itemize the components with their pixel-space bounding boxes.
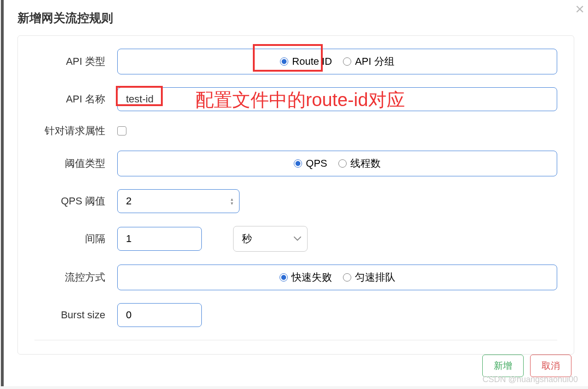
burst-control: [117, 303, 557, 327]
radio-fail-fast-input[interactable]: [280, 273, 288, 282]
radio-qps-label: QPS: [306, 158, 327, 169]
add-button[interactable]: 新增: [482, 355, 524, 377]
flow-mode-control: 快速失败 匀速排队: [117, 265, 557, 290]
qps-threshold-input[interactable]: [117, 189, 240, 213]
close-icon[interactable]: ×: [575, 1, 584, 17]
label-api-type: API 类型: [34, 55, 117, 68]
flow-mode-group: 快速失败 匀速排队: [117, 265, 557, 290]
radio-route-id-input[interactable]: [280, 57, 288, 66]
api-name-control: 配置文件中的route-id对应: [117, 87, 557, 111]
radio-fail-fast[interactable]: 快速失败: [280, 271, 332, 284]
watermark: CSDN @huangshaohui00: [483, 375, 578, 384]
threshold-type-group: QPS 线程数: [117, 151, 557, 176]
radio-api-group-label: API 分组: [355, 55, 394, 68]
qps-spinner: ▲ ▼: [230, 197, 234, 205]
radio-route-id[interactable]: Route ID: [280, 56, 332, 68]
label-burst: Burst size: [34, 309, 117, 321]
divider: [34, 340, 557, 340]
radio-queue[interactable]: 匀速排队: [343, 271, 395, 284]
api-type-control: Route ID API 分组: [117, 49, 557, 74]
label-qps-threshold: QPS 阈值: [34, 194, 117, 208]
radio-api-group[interactable]: API 分组: [343, 55, 394, 68]
interval-unit-select[interactable]: 秒: [233, 226, 308, 252]
interval-input[interactable]: [117, 227, 202, 251]
interval-control: 秒: [117, 226, 557, 252]
row-flow-mode: 流控方式 快速失败 匀速排队: [34, 265, 557, 290]
radio-queue-input[interactable]: [343, 273, 351, 282]
req-attr-checkbox[interactable]: [117, 126, 126, 135]
label-threshold-type: 阈值类型: [34, 157, 117, 170]
qps-threshold-wrap: ▲ ▼: [117, 189, 240, 213]
modal-body: API 类型 Route ID API 分组 API 名称: [17, 35, 574, 355]
api-type-group: Route ID API 分组: [117, 49, 557, 74]
modal-dialog: 新增网关流控规则 × API 类型 Route ID API 分组: [1, 0, 588, 386]
label-req-attr: 针对请求属性: [34, 124, 117, 138]
radio-api-group-input[interactable]: [343, 57, 351, 66]
radio-qps-input[interactable]: [294, 159, 302, 168]
threshold-type-control: QPS 线程数: [117, 151, 557, 176]
spinner-down-icon[interactable]: ▼: [230, 202, 234, 205]
interval-unit-value: 秒: [233, 226, 308, 252]
row-req-attr: 针对请求属性: [34, 124, 557, 138]
label-flow-mode: 流控方式: [34, 271, 117, 284]
row-interval: 间隔 秒: [34, 226, 557, 252]
row-threshold-type: 阈值类型 QPS 线程数: [34, 151, 557, 176]
radio-threads[interactable]: 线程数: [338, 157, 381, 170]
row-burst: Burst size: [34, 303, 557, 327]
radio-threads-label: 线程数: [350, 157, 381, 170]
req-attr-control: [117, 126, 557, 135]
row-qps-threshold: QPS 阈值 ▲ ▼: [34, 189, 557, 213]
row-api-type: API 类型 Route ID API 分组: [34, 49, 557, 74]
radio-threads-input[interactable]: [338, 159, 347, 168]
label-api-name: API 名称: [34, 92, 117, 106]
spinner-up-icon[interactable]: ▲: [230, 197, 234, 201]
radio-fail-fast-label: 快速失败: [291, 271, 332, 284]
row-api-name: API 名称 配置文件中的route-id对应: [34, 87, 557, 111]
modal-title: 新增网关流控规则: [17, 10, 574, 26]
burst-input[interactable]: [117, 303, 202, 327]
radio-queue-label: 匀速排队: [355, 271, 395, 284]
label-interval: 间隔: [34, 232, 117, 246]
radio-route-id-label: Route ID: [292, 56, 332, 68]
qps-threshold-control: ▲ ▼: [117, 189, 557, 213]
api-name-input[interactable]: [117, 87, 557, 111]
radio-qps[interactable]: QPS: [294, 158, 327, 169]
cancel-button[interactable]: 取消: [530, 355, 571, 377]
modal-header: 新增网关流控规则 ×: [4, 0, 588, 35]
